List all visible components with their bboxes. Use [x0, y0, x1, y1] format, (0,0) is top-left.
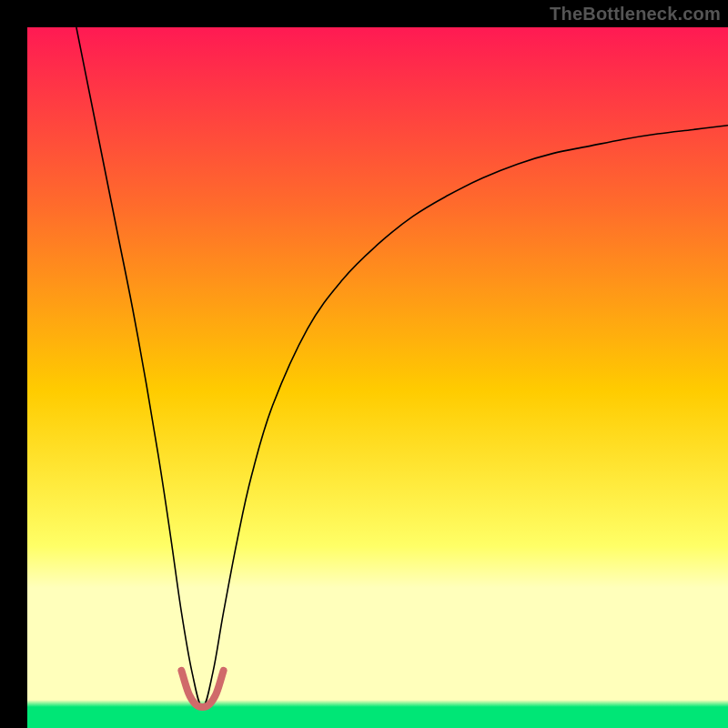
gradient-background	[27, 27, 728, 728]
chart-svg	[27, 27, 728, 728]
watermark-text: TheBottleneck.com	[550, 4, 721, 25]
plot-area	[27, 27, 728, 728]
chart-container: TheBottleneck.com	[0, 0, 728, 728]
